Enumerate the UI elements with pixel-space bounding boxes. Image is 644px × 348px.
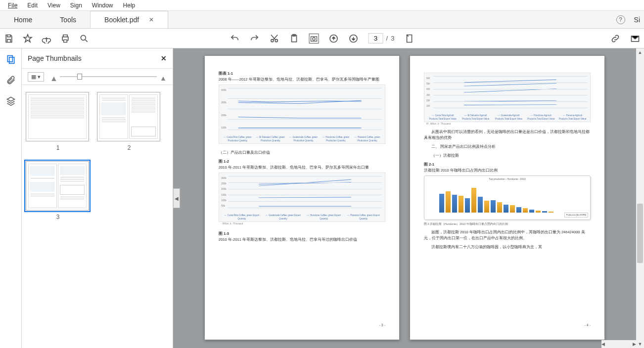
- zoom-out-small-icon: ▲: [50, 74, 57, 79]
- horizontal-scrollbar[interactable]: ◀ ▶: [601, 340, 636, 348]
- tab-document-label: Booklet.pdf: [104, 16, 139, 24]
- scroll-down-icon[interactable]: ▼: [636, 340, 644, 348]
- page-sep: /: [386, 35, 388, 42]
- thumbnails-panel: Page Thumbnails ✕ ▦ ▾ ▲ ▲ 1 2: [22, 48, 173, 348]
- thumbnail-page-2[interactable]: 2: [97, 92, 161, 151]
- collapse-sidebar-button[interactable]: ◀: [173, 188, 180, 208]
- link-icon[interactable]: [610, 34, 620, 44]
- snapshot-icon[interactable]: [309, 34, 319, 44]
- vertical-scrollbar[interactable]: ▲ ▼: [636, 48, 644, 348]
- undo-icon[interactable]: [230, 34, 240, 44]
- menu-edit[interactable]: Edit: [22, 1, 43, 10]
- paragraph: 洪都拉斯境内有二十八万公顷的咖啡园，以小型咖啡商为主，其: [424, 244, 591, 250]
- tab-home[interactable]: Home: [0, 11, 46, 28]
- bar-legend: Production ($m EUR$): [564, 213, 588, 218]
- cut-icon[interactable]: [270, 34, 279, 44]
- figure-label: 图 1-2: [219, 159, 385, 165]
- chart-1-2: 300k250k200k150k100k50k Costa Rica Coffe…: [219, 173, 385, 222]
- chart-1-1: 400k300k200k100k Costa Rica Coffee, gree…: [219, 85, 385, 144]
- sign-in-link[interactable]: Si: [634, 16, 640, 24]
- figure-label: 图 1-3: [219, 231, 385, 237]
- mail-icon[interactable]: [630, 34, 640, 44]
- page-number: - 4 -: [585, 322, 591, 328]
- page-down-icon[interactable]: [349, 34, 359, 44]
- chart-export-value: 6M5M4M3M2M1M Costa Rica Agricult Product…: [424, 73, 591, 122]
- thumbnail-options-button[interactable]: ▦ ▾: [28, 72, 44, 82]
- svg-rect-11: [9, 57, 14, 63]
- tab-close-icon[interactable]: ✕: [149, 16, 154, 23]
- help-icon[interactable]: ?: [616, 15, 625, 24]
- scroll-up-icon[interactable]: ▲: [636, 48, 644, 56]
- page-indicator: / 3: [368, 33, 395, 44]
- pdf-page-right: 6M5M4M3M2M1M Costa Rica Agricult Product…: [410, 55, 605, 340]
- thumbnail-label: 1: [56, 144, 60, 151]
- page-total: 3: [391, 35, 394, 42]
- menu-sign[interactable]: Sign: [65, 1, 87, 10]
- cloud-icon[interactable]: [42, 34, 51, 44]
- thumbnail-label: 2: [128, 144, 131, 151]
- figure-label: 图表 1-1: [219, 71, 385, 77]
- figure-caption: 图 2 洪都拉斯（Honduras）2010 年咖啡出口量占国内出口的比例: [424, 222, 591, 226]
- tab-tools[interactable]: Tools: [46, 11, 90, 28]
- thumbnail-size-slider[interactable]: ▲ ▲: [50, 74, 167, 79]
- close-panel-icon[interactable]: ✕: [161, 54, 167, 62]
- figure-title: 2010 年-2011 年哥斯达黎加、洪都拉斯、危地马拉、巴拿马、萨尔瓦多等国家…: [219, 165, 385, 171]
- figure-label: 图 2-1: [424, 162, 591, 168]
- scroll-left-icon[interactable]: ◀: [601, 340, 605, 348]
- scroll-thumb[interactable]: [637, 204, 643, 263]
- page-up-icon[interactable]: [329, 34, 339, 44]
- toolbar: / 3: [0, 29, 644, 48]
- thumbnail-page-3[interactable]: 3: [26, 161, 90, 220]
- tab-bar: Home Tools Booklet.pdf ✕ ? Si: [0, 11, 644, 29]
- redo-icon[interactable]: [250, 34, 260, 44]
- clipboard-icon[interactable]: [289, 34, 299, 44]
- document-viewport: ◀ 图表 1-1 2008 年——2012 年哥斯达黎加、危地马拉、洪都拉斯、巴…: [173, 48, 644, 348]
- paragraph: 从图表中我们可以清楚的看到，无论是咖啡的出口量还是出口价值，洪都拉斯和危地马拉都…: [424, 129, 591, 141]
- attachments-icon[interactable]: [6, 75, 16, 85]
- page-number: - 3 -: [379, 322, 385, 328]
- menu-help[interactable]: Help: [118, 1, 140, 10]
- figure-title: 2008 年——2012 年哥斯达黎加、危地马拉、洪都拉斯、巴拿马、萨尔瓦多等国…: [219, 77, 385, 83]
- page-view-icon[interactable]: [404, 34, 414, 44]
- slider-handle[interactable]: [77, 74, 82, 80]
- save-icon[interactable]: [4, 34, 14, 44]
- navigation-strip: [0, 48, 22, 348]
- menubar: File Edit View Sign Window Help: [0, 0, 644, 11]
- print-icon[interactable]: [60, 34, 70, 44]
- layers-icon[interactable]: [6, 96, 16, 106]
- section-heading: （二）产品出口量及出口价值: [219, 150, 385, 156]
- content-area: Page Thumbnails ✕ ▦ ▾ ▲ ▲ 1 2: [0, 48, 644, 348]
- thumbnail-page-1[interactable]: 1: [26, 92, 90, 151]
- paragraph: 如图，洪都拉斯 2010 年咖啡出口占国内出口的比例中，其咖啡的出口量为 246…: [424, 229, 591, 241]
- menu-file[interactable]: File: [3, 1, 22, 10]
- bar-chart-title: Top production - Honduras - 2010: [424, 176, 590, 181]
- zoom-in-large-icon: ▲: [160, 74, 167, 79]
- menu-view[interactable]: View: [43, 1, 65, 10]
- svg-point-0: [81, 35, 86, 40]
- search-icon[interactable]: [79, 34, 89, 44]
- thumbnail-label: 3: [56, 214, 60, 220]
- pdf-page-left: 图表 1-1 2008 年——2012 年哥斯达黎加、危地马拉、洪都拉斯、巴拿马…: [204, 55, 400, 340]
- svg-rect-10: [7, 56, 12, 62]
- section-heading: 二、 国家农产品出口比例及特点分析: [424, 144, 591, 150]
- thumbnails-icon[interactable]: [6, 54, 16, 64]
- svg-point-6: [313, 38, 315, 40]
- tab-document[interactable]: Booklet.pdf ✕: [90, 11, 168, 28]
- figure-title: 2010 年-2011 年哥斯达黎加、洪都拉斯、危地马拉、巴拿马等过的咖啡出口价…: [219, 237, 385, 243]
- star-icon[interactable]: [23, 34, 33, 44]
- scroll-right-icon[interactable]: ▶: [633, 340, 636, 348]
- page-input[interactable]: [368, 33, 383, 44]
- menu-window[interactable]: Window: [87, 1, 118, 10]
- thumbnails-title: Page Thumbnails: [28, 54, 82, 62]
- bar-chart-honduras: Top production - Honduras - 2010 Product…: [424, 175, 591, 220]
- figure-title: 洪都拉斯 2010 年咖啡出口占国内出口比例: [424, 168, 591, 174]
- subsection-heading: （一）洪都拉斯: [424, 153, 591, 159]
